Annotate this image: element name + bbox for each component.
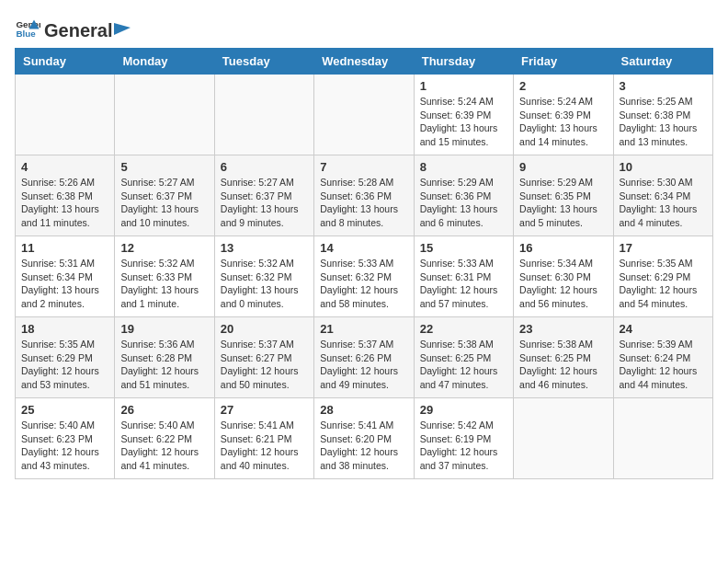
calendar-cell: 7Sunrise: 5:28 AM Sunset: 6:36 PM Daylig… — [314, 155, 414, 236]
day-info: Sunrise: 5:38 AM Sunset: 6:25 PM Dayligh… — [519, 338, 607, 392]
calendar-cell — [613, 398, 712, 479]
day-info: Sunrise: 5:40 AM Sunset: 6:23 PM Dayligh… — [21, 419, 108, 473]
calendar-week-row: 11Sunrise: 5:31 AM Sunset: 6:34 PM Dayli… — [16, 236, 713, 317]
day-info: Sunrise: 5:41 AM Sunset: 6:21 PM Dayligh… — [221, 419, 308, 473]
calendar-cell — [314, 75, 414, 155]
calendar-cell: 18Sunrise: 5:35 AM Sunset: 6:29 PM Dayli… — [16, 317, 115, 398]
calendar-cell: 21Sunrise: 5:37 AM Sunset: 6:26 PM Dayli… — [314, 317, 414, 398]
day-number: 8 — [420, 160, 507, 174]
day-number: 10 — [620, 160, 707, 174]
day-info: Sunrise: 5:39 AM Sunset: 6:24 PM Dayligh… — [620, 338, 707, 392]
day-number: 18 — [21, 322, 108, 336]
day-info: Sunrise: 5:35 AM Sunset: 6:29 PM Dayligh… — [21, 338, 108, 392]
calendar-cell: 4Sunrise: 5:26 AM Sunset: 6:38 PM Daylig… — [16, 155, 115, 236]
calendar-cell: 24Sunrise: 5:39 AM Sunset: 6:24 PM Dayli… — [613, 317, 712, 398]
calendar-cell: 23Sunrise: 5:38 AM Sunset: 6:25 PM Dayli… — [514, 317, 613, 398]
weekday-header: Monday — [115, 49, 214, 75]
day-info: Sunrise: 5:38 AM Sunset: 6:25 PM Dayligh… — [420, 338, 507, 392]
calendar-table: SundayMondayTuesdayWednesdayThursdayFrid… — [15, 48, 713, 479]
day-number: 6 — [221, 160, 308, 174]
day-info: Sunrise: 5:35 AM Sunset: 6:29 PM Dayligh… — [620, 257, 707, 311]
day-info: Sunrise: 5:34 AM Sunset: 6:30 PM Dayligh… — [519, 257, 607, 311]
calendar-cell: 22Sunrise: 5:38 AM Sunset: 6:25 PM Dayli… — [414, 317, 513, 398]
day-info: Sunrise: 5:28 AM Sunset: 6:36 PM Dayligh… — [320, 176, 407, 230]
calendar-cell: 15Sunrise: 5:33 AM Sunset: 6:31 PM Dayli… — [414, 236, 513, 317]
calendar-cell: 28Sunrise: 5:41 AM Sunset: 6:20 PM Dayli… — [314, 398, 414, 479]
day-info: Sunrise: 5:33 AM Sunset: 6:32 PM Dayligh… — [320, 257, 407, 311]
day-number: 9 — [519, 160, 607, 174]
calendar-cell: 13Sunrise: 5:32 AM Sunset: 6:32 PM Dayli… — [214, 236, 313, 317]
calendar-cell: 29Sunrise: 5:42 AM Sunset: 6:19 PM Dayli… — [414, 398, 513, 479]
calendar-cell: 16Sunrise: 5:34 AM Sunset: 6:30 PM Dayli… — [514, 236, 613, 317]
day-info: Sunrise: 5:29 AM Sunset: 6:36 PM Dayligh… — [420, 176, 507, 230]
weekday-header: Friday — [514, 49, 613, 75]
calendar-cell: 12Sunrise: 5:32 AM Sunset: 6:33 PM Dayli… — [115, 236, 214, 317]
day-info: Sunrise: 5:32 AM Sunset: 6:32 PM Dayligh… — [221, 257, 308, 311]
day-number: 2 — [519, 79, 607, 93]
day-info: Sunrise: 5:26 AM Sunset: 6:38 PM Dayligh… — [21, 176, 108, 230]
calendar-cell: 8Sunrise: 5:29 AM Sunset: 6:36 PM Daylig… — [414, 155, 513, 236]
day-info: Sunrise: 5:42 AM Sunset: 6:19 PM Dayligh… — [420, 419, 507, 473]
logo-icon: General Blue — [15, 15, 40, 40]
calendar-cell — [115, 75, 214, 155]
logo: General Blue General — [15, 15, 132, 40]
calendar-cell: 5Sunrise: 5:27 AM Sunset: 6:37 PM Daylig… — [115, 155, 214, 236]
day-number: 23 — [519, 322, 607, 336]
day-number: 4 — [21, 160, 108, 174]
weekday-header: Tuesday — [214, 49, 313, 75]
calendar-cell — [514, 398, 613, 479]
logo-general: General — [44, 20, 112, 41]
day-info: Sunrise: 5:36 AM Sunset: 6:28 PM Dayligh… — [120, 338, 208, 392]
day-number: 21 — [320, 322, 407, 336]
day-number: 26 — [120, 403, 208, 417]
day-number: 16 — [519, 241, 607, 255]
day-number: 15 — [420, 241, 507, 255]
calendar-cell: 14Sunrise: 5:33 AM Sunset: 6:32 PM Dayli… — [314, 236, 414, 317]
day-info: Sunrise: 5:37 AM Sunset: 6:26 PM Dayligh… — [320, 338, 407, 392]
day-number: 28 — [320, 403, 407, 417]
calendar-cell — [16, 75, 115, 155]
calendar-header-row: SundayMondayTuesdayWednesdayThursdayFrid… — [16, 49, 713, 75]
day-number: 20 — [221, 322, 308, 336]
svg-text:Blue: Blue — [16, 29, 36, 39]
calendar-cell: 27Sunrise: 5:41 AM Sunset: 6:21 PM Dayli… — [214, 398, 313, 479]
day-info: Sunrise: 5:31 AM Sunset: 6:34 PM Dayligh… — [21, 257, 108, 311]
day-info: Sunrise: 5:29 AM Sunset: 6:35 PM Dayligh… — [519, 176, 607, 230]
calendar-cell: 2Sunrise: 5:24 AM Sunset: 6:39 PM Daylig… — [514, 75, 613, 155]
weekday-header: Saturday — [613, 49, 712, 75]
day-number: 19 — [120, 322, 208, 336]
day-info: Sunrise: 5:32 AM Sunset: 6:33 PM Dayligh… — [120, 257, 208, 311]
calendar-cell — [214, 75, 313, 155]
calendar-cell: 26Sunrise: 5:40 AM Sunset: 6:22 PM Dayli… — [115, 398, 214, 479]
day-info: Sunrise: 5:40 AM Sunset: 6:22 PM Dayligh… — [120, 419, 208, 473]
day-info: Sunrise: 5:30 AM Sunset: 6:34 PM Dayligh… — [620, 176, 707, 230]
day-number: 29 — [420, 403, 507, 417]
day-info: Sunrise: 5:24 AM Sunset: 6:39 PM Dayligh… — [420, 95, 507, 149]
calendar-week-row: 4Sunrise: 5:26 AM Sunset: 6:38 PM Daylig… — [16, 155, 713, 236]
day-number: 24 — [620, 322, 707, 336]
day-number: 3 — [620, 79, 707, 93]
day-number: 1 — [420, 79, 507, 93]
day-number: 11 — [21, 241, 108, 255]
calendar-week-row: 1Sunrise: 5:24 AM Sunset: 6:39 PM Daylig… — [16, 75, 713, 155]
day-number: 17 — [620, 241, 707, 255]
weekday-header: Thursday — [414, 49, 513, 75]
calendar-cell: 25Sunrise: 5:40 AM Sunset: 6:23 PM Dayli… — [16, 398, 115, 479]
day-number: 13 — [221, 241, 308, 255]
day-number: 27 — [221, 403, 308, 417]
day-number: 22 — [420, 322, 507, 336]
svg-marker-3 — [114, 23, 131, 35]
day-number: 12 — [120, 241, 208, 255]
day-info: Sunrise: 5:41 AM Sunset: 6:20 PM Dayligh… — [320, 419, 407, 473]
day-info: Sunrise: 5:24 AM Sunset: 6:39 PM Dayligh… — [519, 95, 607, 149]
calendar-cell: 20Sunrise: 5:37 AM Sunset: 6:27 PM Dayli… — [214, 317, 313, 398]
day-info: Sunrise: 5:27 AM Sunset: 6:37 PM Dayligh… — [221, 176, 308, 230]
calendar-week-row: 25Sunrise: 5:40 AM Sunset: 6:23 PM Dayli… — [16, 398, 713, 479]
calendar-week-row: 18Sunrise: 5:35 AM Sunset: 6:29 PM Dayli… — [16, 317, 713, 398]
day-number: 25 — [21, 403, 108, 417]
page-header: General Blue General — [15, 15, 713, 40]
day-info: Sunrise: 5:37 AM Sunset: 6:27 PM Dayligh… — [221, 338, 308, 392]
calendar-cell: 3Sunrise: 5:25 AM Sunset: 6:38 PM Daylig… — [613, 75, 712, 155]
calendar-cell: 6Sunrise: 5:27 AM Sunset: 6:37 PM Daylig… — [214, 155, 313, 236]
calendar-cell: 17Sunrise: 5:35 AM Sunset: 6:29 PM Dayli… — [613, 236, 712, 317]
